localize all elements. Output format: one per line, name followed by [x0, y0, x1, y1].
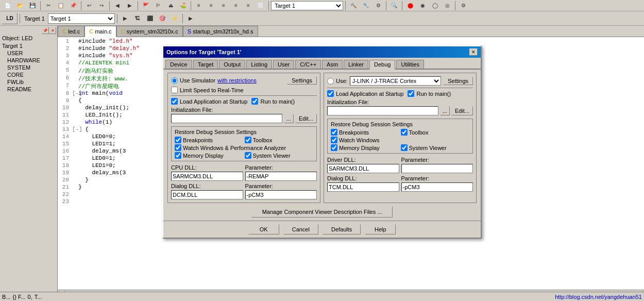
use-sim-row: Use Simulator with restrictions Settings — [171, 76, 317, 85]
right-init-file-label: Initialization File: — [327, 99, 473, 105]
right-bp-cb[interactable] — [331, 129, 337, 136]
left-init-file-label: Initialization File: — [171, 107, 317, 113]
tab-output[interactable]: Output — [219, 60, 245, 69]
tab-user[interactable]: User — [273, 60, 294, 69]
right-browse-btn[interactable]: ... — [440, 106, 450, 115]
dialog-tab-bar: Device Target Output Listing User C/C++ … — [163, 58, 481, 70]
dialog-titlebar: Options for Target 'Target 1' ✕ — [163, 46, 481, 58]
right-restore-section: Restore Debug Session Settings Breakpoin… — [327, 119, 473, 154]
driver-dll-label: Driver DLL: — [327, 157, 399, 163]
left-sysview-cb[interactable] — [245, 152, 251, 159]
left-mem-cb[interactable] — [175, 152, 181, 159]
right-dialog-param-label: Parameter: — [401, 175, 473, 181]
right-toolbox-label: Toolbox — [409, 129, 429, 136]
right-load-app-cb[interactable] — [327, 90, 334, 97]
left-init-file-input[interactable] — [171, 114, 282, 123]
right-run-main-cb[interactable] — [408, 90, 414, 97]
limit-speed-label: Limit Speed to Real-Time — [180, 87, 244, 93]
use-hw-radio[interactable] — [327, 78, 334, 85]
debug-panels: Use Simulator with restrictions Settings… — [167, 73, 477, 203]
tab-cpp[interactable]: C/C++ — [295, 60, 321, 69]
tab-device[interactable]: Device — [165, 60, 192, 69]
right-load-app-label: Load Application at Startup — [336, 91, 403, 97]
left-settings-btn[interactable]: Settings — [287, 76, 317, 85]
dialog-close-btn[interactable]: ✕ — [469, 48, 478, 56]
left-load-app-label: Load Application at Startup — [180, 98, 247, 105]
right-toolbox-cb[interactable] — [401, 129, 408, 136]
dialog-bottom-buttons: OK Cancel Defaults Help — [163, 221, 481, 238]
right-dialog-dll-label: Dialog DLL: — [327, 175, 399, 181]
use-row: Use: J-LINK / J-TRACE Cortex Settings — [327, 76, 473, 86]
left-browse-btn[interactable]: ... — [284, 114, 294, 123]
left-toolbox-cb[interactable] — [245, 137, 251, 143]
driver-param-input[interactable] — [401, 164, 473, 173]
cpu-param-input[interactable] — [245, 172, 317, 181]
right-dialog-param-input[interactable] — [401, 182, 473, 192]
right-mem-cb[interactable] — [331, 144, 337, 151]
left-watch-cb[interactable] — [175, 144, 181, 151]
right-bp-label: Breakpoints — [339, 129, 369, 136]
tab-asm[interactable]: Asm — [322, 60, 343, 69]
defaults-button[interactable]: Defaults — [323, 224, 361, 235]
with-restrictions-link[interactable]: with restrictions — [217, 77, 257, 83]
jlink-select[interactable]: J-LINK / J-TRACE Cortex — [350, 76, 442, 86]
left-watch-label: Watch Windows & Performance Analyzer — [183, 145, 286, 151]
left-dialog-dll-input[interactable] — [171, 190, 243, 199]
ok-button[interactable]: OK — [248, 224, 279, 235]
right-watch-label: Watch Windows — [339, 137, 379, 143]
right-settings-btn[interactable]: Settings — [443, 77, 473, 85]
left-sysview-label: System Viewer — [253, 153, 291, 159]
left-mem-label: Memory Display — [183, 153, 224, 159]
right-watch-cb[interactable] — [331, 137, 337, 143]
tab-listing[interactable]: Listing — [246, 60, 272, 69]
left-panel: Use Simulator with restrictions Settings… — [167, 73, 320, 203]
dialog-body: Use Simulator with restrictions Settings… — [163, 70, 481, 221]
right-panel: Use: J-LINK / J-TRACE Cortex Settings Lo… — [324, 73, 477, 203]
right-dialog-dll-input[interactable] — [327, 182, 399, 192]
dialog-overlay: Options for Target 'Target 1' ✕ Device T… — [0, 0, 644, 301]
options-dialog: Options for Target 'Target 1' ✕ Device T… — [162, 45, 482, 239]
tab-debug[interactable]: Debug — [369, 60, 395, 70]
use-simulator-radio[interactable] — [171, 77, 178, 84]
right-restore-title: Restore Debug Session Settings — [331, 121, 469, 127]
limit-speed-row: Limit Speed to Real-Time — [171, 87, 317, 93]
left-run-main-label: Run to main() — [260, 98, 295, 105]
right-init-file-input[interactable] — [327, 106, 438, 115]
right-mem-label: Memory Display — [339, 145, 380, 151]
driver-param-label: Parameter: — [401, 157, 473, 163]
driver-dll-input[interactable] — [327, 164, 399, 173]
right-edit-btn[interactable]: Edit... — [451, 106, 473, 115]
cpu-param-label: Parameter: — [245, 164, 317, 171]
left-toolbox-label: Toolbox — [253, 137, 273, 143]
right-run-main-label: Run to main() — [416, 91, 451, 97]
left-edit-btn[interactable]: Edit... — [295, 114, 317, 123]
left-dialog-dll-label: Dialog DLL: — [171, 183, 243, 189]
left-bp-label: Breakpoints — [183, 137, 213, 143]
manage-component-btn[interactable]: Manage Component Viewer Description File… — [251, 206, 393, 218]
tab-utilities[interactable]: Utilities — [396, 60, 423, 69]
left-dialog-param-input[interactable] — [245, 190, 317, 199]
right-sysview-label: System Viewer — [409, 145, 447, 151]
use-label: Use: — [336, 78, 348, 84]
left-restore-section: Restore Debug Session Settings Breakpoin… — [171, 126, 317, 161]
limit-speed-cb[interactable] — [171, 87, 178, 93]
right-sysview-cb[interactable] — [401, 144, 408, 151]
left-dialog-param-label: Parameter: — [245, 183, 317, 189]
cpu-dll-input[interactable] — [171, 172, 243, 181]
tab-target[interactable]: Target — [193, 60, 218, 69]
left-load-app-cb[interactable] — [171, 98, 178, 105]
left-run-main-cb[interactable] — [251, 98, 258, 105]
dialog-title: Options for Target 'Target 1' — [166, 49, 241, 55]
cancel-button[interactable]: Cancel — [283, 224, 318, 235]
left-restore-title: Restore Debug Session Settings — [175, 129, 313, 135]
use-simulator-label: Use Simulator — [180, 77, 215, 83]
cpu-dll-label: CPU DLL: — [171, 164, 243, 171]
tab-linker[interactable]: Linker — [344, 60, 368, 69]
help-button[interactable]: Help — [365, 224, 396, 235]
left-bp-cb[interactable] — [175, 137, 181, 143]
